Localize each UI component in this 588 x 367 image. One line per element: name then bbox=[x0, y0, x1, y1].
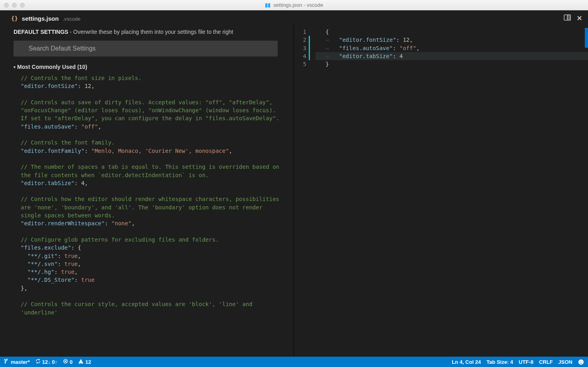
section-title: Most Commonly Used (10) bbox=[17, 64, 87, 70]
editor-line[interactable]: → "editor.tabSize": 4 bbox=[316, 52, 588, 60]
status-errors[interactable]: 0 bbox=[63, 359, 73, 365]
error-icon bbox=[63, 359, 68, 365]
titlebar: ▮▮ settings.json - vscode bbox=[0, 0, 588, 10]
close-tab-button[interactable]: ✕ bbox=[576, 15, 582, 22]
status-bar: master* 12↓ 0↑ 0 12 Ln 4, Col 24 Tab Siz… bbox=[0, 357, 588, 367]
status-language[interactable]: JSON bbox=[559, 359, 572, 365]
svg-point-9 bbox=[580, 361, 580, 362]
svg-point-10 bbox=[582, 361, 582, 362]
editor-line[interactable]: → "editor.fontSize": 12, bbox=[316, 36, 588, 44]
file-json-icon: {} bbox=[11, 15, 18, 21]
files-exclude-entry: "**/.DS_Store": true bbox=[21, 276, 286, 284]
sync-icon bbox=[35, 359, 41, 365]
files-exclude-entry: "**/.svn": true, bbox=[21, 260, 286, 268]
files-exclude-entry: "**/.hg": true, bbox=[21, 268, 286, 276]
svg-point-8 bbox=[578, 359, 584, 364]
tab-bar: {} settings.json .vscode ✕ bbox=[0, 10, 588, 24]
editor-line[interactable]: → "files.autoSave": "off", bbox=[316, 44, 588, 52]
tab-filename[interactable]: settings.json bbox=[22, 15, 59, 22]
overview-ruler-mark bbox=[585, 28, 588, 48]
line-number: 5 bbox=[294, 60, 310, 68]
git-branch-icon bbox=[4, 359, 9, 365]
search-input[interactable] bbox=[14, 41, 278, 57]
window-title: ▮▮ settings.json - vscode bbox=[0, 2, 588, 8]
default-settings-pane[interactable]: DEFAULT SETTINGS - Overwrite these by pl… bbox=[0, 24, 294, 357]
user-settings-editor[interactable]: 12345 { → "editor.fontSize": 12, → "file… bbox=[294, 24, 588, 357]
section-most-commonly-used[interactable]: ▾ Most Commonly Used (10) bbox=[14, 64, 294, 70]
files-exclude-entry: "**/.git": true, bbox=[21, 252, 286, 260]
line-number: 4 bbox=[294, 52, 310, 60]
split-editor-icon[interactable] bbox=[564, 14, 571, 23]
status-branch[interactable]: master* bbox=[4, 359, 30, 365]
svg-rect-1 bbox=[567, 15, 570, 20]
status-tab-size[interactable]: Tab Size: 4 bbox=[486, 359, 513, 365]
vscode-icon: ▮▮ bbox=[265, 2, 270, 8]
status-eol[interactable]: CRLF bbox=[539, 359, 553, 365]
default-settings-heading: DEFAULT SETTINGS - Overwrite these by pl… bbox=[14, 29, 294, 35]
line-number: 1 bbox=[294, 28, 310, 36]
editor-line[interactable]: } bbox=[316, 60, 588, 68]
warning-icon bbox=[78, 359, 84, 365]
editor-content[interactable]: { → "editor.fontSize": 12, → "files.auto… bbox=[314, 24, 588, 357]
search-wrap bbox=[14, 41, 278, 57]
status-warnings[interactable]: 12 bbox=[78, 359, 91, 365]
status-line-col[interactable]: Ln 4, Col 24 bbox=[452, 359, 481, 365]
line-number: 2 bbox=[294, 36, 310, 44]
status-encoding[interactable]: UTF-8 bbox=[519, 359, 533, 365]
status-feedback-icon[interactable] bbox=[578, 359, 584, 365]
content-split: DEFAULT SETTINGS - Overwrite these by pl… bbox=[0, 24, 588, 357]
status-sync[interactable]: 12↓ 0↑ bbox=[35, 359, 57, 365]
window-title-file: settings.json bbox=[273, 2, 302, 8]
tab-folder: .vscode bbox=[63, 16, 80, 22]
default-settings-code[interactable]: // Controls the font size in pixels. "ed… bbox=[14, 74, 294, 316]
editor-line[interactable]: { bbox=[316, 28, 588, 36]
window-title-folder: - vscode bbox=[302, 2, 323, 8]
line-number-gutter: 12345 bbox=[294, 24, 314, 357]
twisty-down-icon: ▾ bbox=[14, 65, 16, 69]
line-number: 3 bbox=[294, 44, 310, 52]
